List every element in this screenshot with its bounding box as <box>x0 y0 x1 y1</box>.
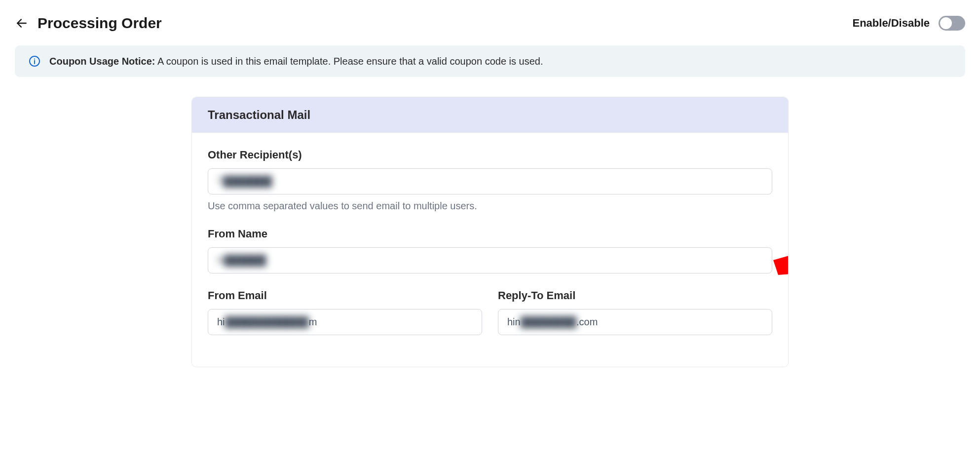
other-recipients-label: Other Recipient(s) <box>208 149 772 161</box>
arrow-left-icon <box>15 17 28 30</box>
from-email-group: From Email hi████████████m <box>208 289 482 335</box>
reply-to-email-group: Reply-To Email hin████████.com <box>498 289 772 335</box>
card-header: Transactional Mail <box>192 97 788 133</box>
from-email-suffix: m <box>309 316 317 327</box>
notice-message: A coupon is used in this email template.… <box>157 56 543 67</box>
from-name-input[interactable]: N██████ <box>208 247 772 273</box>
from-email-input[interactable]: hi████████████m <box>208 309 482 335</box>
page-header: Processing Order Enable/Disable <box>15 15 965 32</box>
other-recipients-group: Other Recipient(s) T███████ Use comma se… <box>208 149 772 212</box>
from-email-prefix: hi <box>217 316 225 327</box>
from-email-label: From Email <box>208 289 482 302</box>
from-name-group: From Name N██████ <box>208 228 772 273</box>
header-left: Processing Order <box>15 15 162 32</box>
reply-to-suffix: .com <box>576 316 598 327</box>
coupon-notice-banner: Coupon Usage Notice: A coupon is used in… <box>15 45 965 77</box>
reply-to-prefix: hin <box>507 316 521 327</box>
page-title: Processing Order <box>38 15 162 32</box>
toggle-knob <box>940 17 952 29</box>
toggle-label: Enable/Disable <box>852 17 930 30</box>
reply-to-email-label: Reply-To Email <box>498 289 772 302</box>
from-email-hidden: ████████████ <box>225 316 309 327</box>
notice-text: Coupon Usage Notice: A coupon is used in… <box>49 56 543 67</box>
other-recipients-help: Use comma separated values to send email… <box>208 200 772 212</box>
svg-point-3 <box>34 58 35 59</box>
transactional-mail-card: Transactional Mail Other Recipient(s) T█… <box>191 97 789 367</box>
notice-title: Coupon Usage Notice: <box>49 56 155 67</box>
card-body: Other Recipient(s) T███████ Use comma se… <box>192 133 788 367</box>
from-name-label: From Name <box>208 228 772 240</box>
other-recipients-input[interactable]: T███████ <box>208 168 772 194</box>
reply-to-hidden: ████████ <box>521 316 576 327</box>
enable-toggle[interactable] <box>939 16 965 31</box>
email-row: From Email hi████████████m Reply-To Emai… <box>208 289 772 351</box>
back-button[interactable] <box>15 16 29 30</box>
reply-to-email-input[interactable]: hin████████.com <box>498 309 772 335</box>
header-right: Enable/Disable <box>852 16 965 31</box>
from-name-value: N██████ <box>217 255 266 266</box>
other-recipients-value: T███████ <box>217 176 272 187</box>
info-icon <box>29 55 40 67</box>
